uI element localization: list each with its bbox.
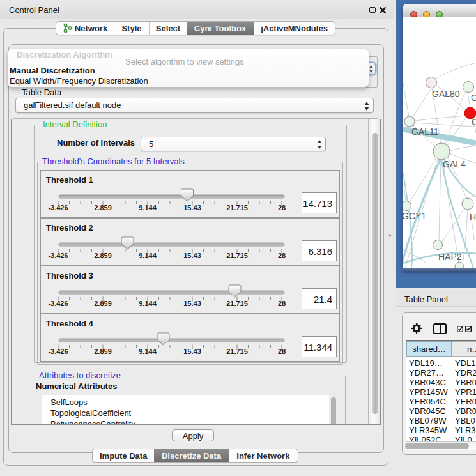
svg-text:C: C — [472, 117, 476, 127]
svg-text:HAP2: HAP2 — [438, 252, 462, 262]
svg-text:GAL11: GAL11 — [411, 127, 439, 137]
svg-text:GCY1: GCY1 — [403, 211, 426, 221]
svg-text:GAL4: GAL4 — [443, 159, 466, 169]
svg-text:GAL80: GAL80 — [432, 89, 460, 99]
svg-text:H: H — [470, 212, 476, 222]
svg-text:GA: GA — [471, 93, 476, 103]
